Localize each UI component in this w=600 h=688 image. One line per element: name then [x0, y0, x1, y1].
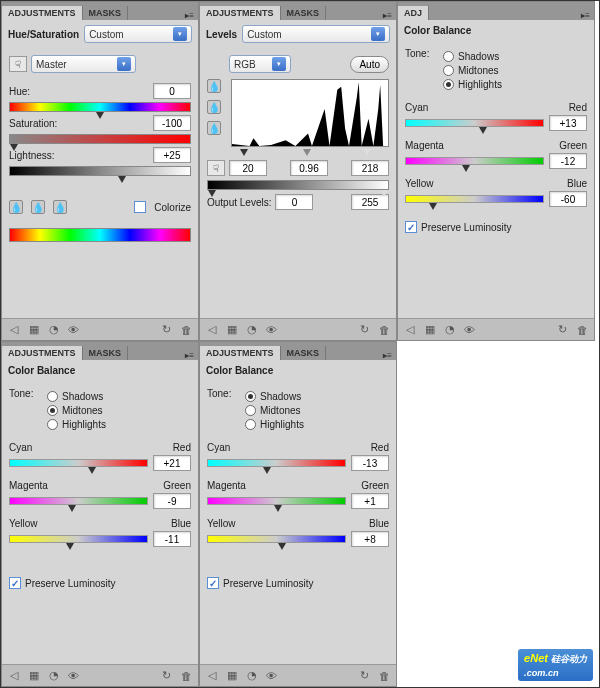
preserve-luminosity-checkbox[interactable]: ✓ — [405, 221, 417, 233]
radio-shadows[interactable] — [245, 391, 256, 402]
back-icon[interactable]: ◁ — [6, 668, 21, 683]
magenta-green-slider[interactable] — [405, 157, 544, 165]
magenta-green-value[interactable]: -9 — [153, 493, 191, 509]
tab-masks[interactable]: MASKS — [281, 6, 327, 20]
clip-icon[interactable]: ◔ — [442, 322, 457, 337]
trash-icon[interactable]: 🗑 — [179, 322, 194, 337]
hue-slider[interactable] — [9, 102, 191, 112]
radio-highlights[interactable] — [443, 79, 454, 90]
eyedropper-plus-icon[interactable]: 💧 — [31, 200, 45, 214]
auto-button[interactable]: Auto — [350, 56, 389, 73]
expand-icon[interactable]: ▦ — [224, 668, 239, 683]
tab-masks[interactable]: MASKS — [83, 346, 129, 360]
reset-icon[interactable]: ↻ — [159, 322, 174, 337]
eyedropper-icon[interactable]: 💧 — [9, 200, 23, 214]
expand-icon[interactable]: ▦ — [224, 322, 239, 337]
preset-select[interactable]: Custom▾ — [84, 25, 192, 43]
magenta-green-slider[interactable] — [9, 497, 148, 505]
clip-icon[interactable]: ◔ — [46, 668, 61, 683]
expand-icon[interactable]: ▦ — [26, 668, 41, 683]
clip-icon[interactable]: ◔ — [244, 668, 259, 683]
panel-menu-icon[interactable]: ▸≡ — [577, 11, 594, 20]
reset-icon[interactable]: ↻ — [159, 668, 174, 683]
gray-point-eyedropper[interactable]: 💧 — [207, 100, 221, 114]
hue-value[interactable]: 0 — [153, 83, 191, 99]
radio-midtones[interactable] — [245, 405, 256, 416]
tab-adjustments[interactable]: ADJUSTMENTS — [2, 346, 83, 360]
tab-adjustments[interactable]: ADJ — [398, 6, 429, 20]
panel-menu-icon[interactable]: ▸≡ — [181, 11, 198, 20]
panel-menu-icon[interactable]: ▸≡ — [379, 11, 396, 20]
lightness-value[interactable]: +25 — [153, 147, 191, 163]
cyan-red-value[interactable]: +13 — [549, 115, 587, 131]
visibility-icon[interactable]: 👁 — [66, 322, 81, 337]
saturation-value[interactable]: -100 — [153, 115, 191, 131]
lightness-slider[interactable] — [9, 166, 191, 176]
visibility-icon[interactable]: 👁 — [264, 668, 279, 683]
input-black-value[interactable]: 20 — [229, 160, 267, 176]
cyan-red-value[interactable]: -13 — [351, 455, 389, 471]
yellow-blue-slider[interactable] — [405, 195, 544, 203]
magenta-green-value[interactable]: +1 — [351, 493, 389, 509]
targeted-adjustment-icon[interactable]: ☟ — [207, 160, 225, 176]
reset-icon[interactable]: ↻ — [357, 668, 372, 683]
panel-menu-icon[interactable]: ▸≡ — [379, 351, 396, 360]
cyan-red-value[interactable]: +21 — [153, 455, 191, 471]
preset-select[interactable]: Custom▾ — [242, 25, 390, 43]
radio-shadows[interactable] — [443, 51, 454, 62]
expand-icon[interactable]: ▦ — [422, 322, 437, 337]
preserve-luminosity-checkbox[interactable]: ✓ — [9, 577, 21, 589]
eyedropper-minus-icon[interactable]: 💧 — [53, 200, 67, 214]
channel-select[interactable]: RGB▾ — [229, 55, 291, 73]
radio-highlights[interactable] — [245, 419, 256, 430]
targeted-adjustment-icon[interactable]: ☟ — [9, 56, 27, 72]
back-icon[interactable]: ◁ — [6, 322, 21, 337]
tab-masks[interactable]: MASKS — [83, 6, 129, 20]
clip-icon[interactable]: ◔ — [46, 322, 61, 337]
radio-midtones[interactable] — [47, 405, 58, 416]
trash-icon[interactable]: 🗑 — [377, 322, 392, 337]
trash-icon[interactable]: 🗑 — [575, 322, 590, 337]
reset-icon[interactable]: ↻ — [357, 322, 372, 337]
tab-adjustments[interactable]: ADJUSTMENTS — [2, 6, 83, 20]
yellow-blue-value[interactable]: -60 — [549, 191, 587, 207]
output-black-value[interactable]: 0 — [275, 194, 313, 210]
yellow-blue-value[interactable]: -11 — [153, 531, 191, 547]
visibility-icon[interactable]: 👁 — [264, 322, 279, 337]
back-icon[interactable]: ◁ — [204, 668, 219, 683]
trash-icon[interactable]: 🗑 — [179, 668, 194, 683]
input-white-value[interactable]: 218 — [351, 160, 389, 176]
clip-icon[interactable]: ◔ — [244, 322, 259, 337]
visibility-icon[interactable]: 👁 — [66, 668, 81, 683]
colorize-checkbox[interactable] — [134, 201, 146, 213]
visibility-icon[interactable]: 👁 — [462, 322, 477, 337]
yellow-blue-slider[interactable] — [9, 535, 148, 543]
panel-menu-icon[interactable]: ▸≡ — [181, 351, 198, 360]
white-point-eyedropper[interactable]: 💧 — [207, 121, 221, 135]
black-point-eyedropper[interactable]: 💧 — [207, 79, 221, 93]
yellow-blue-slider[interactable] — [207, 535, 346, 543]
tab-adjustments[interactable]: ADJUSTMENTS — [200, 6, 281, 20]
cyan-red-slider[interactable] — [9, 459, 148, 467]
back-icon[interactable]: ◁ — [204, 322, 219, 337]
tab-adjustments[interactable]: ADJUSTMENTS — [200, 346, 281, 360]
output-gradient[interactable] — [207, 180, 389, 190]
magenta-green-value[interactable]: -12 — [549, 153, 587, 169]
preserve-luminosity-checkbox[interactable]: ✓ — [207, 577, 219, 589]
saturation-slider[interactable] — [9, 134, 191, 144]
trash-icon[interactable]: 🗑 — [377, 668, 392, 683]
magenta-green-slider[interactable] — [207, 497, 346, 505]
cyan-red-slider[interactable] — [207, 459, 346, 467]
input-gamma-value[interactable]: 0.96 — [290, 160, 328, 176]
cyan-red-slider[interactable] — [405, 119, 544, 127]
expand-icon[interactable]: ▦ — [26, 322, 41, 337]
tab-masks[interactable]: MASKS — [281, 346, 327, 360]
yellow-blue-value[interactable]: +8 — [351, 531, 389, 547]
colorize-label: Colorize — [154, 202, 191, 213]
radio-highlights[interactable] — [47, 419, 58, 430]
reset-icon[interactable]: ↻ — [555, 322, 570, 337]
back-icon[interactable]: ◁ — [402, 322, 417, 337]
radio-midtones[interactable] — [443, 65, 454, 76]
channel-select[interactable]: Master▾ — [31, 55, 136, 73]
radio-shadows[interactable] — [47, 391, 58, 402]
